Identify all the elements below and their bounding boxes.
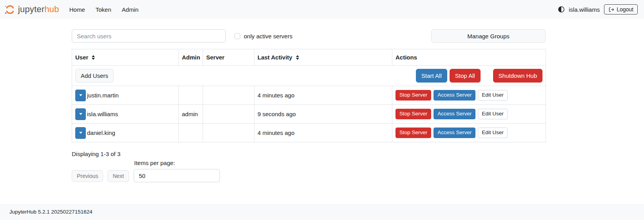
user-dropdown-toggle[interactable] <box>75 127 86 139</box>
stop-server-button[interactable]: Stop Server <box>395 109 431 119</box>
jupyter-logo-icon <box>5 4 15 15</box>
access-server-button[interactable]: Access Server <box>434 90 475 101</box>
only-active-servers-checkbox[interactable] <box>234 33 240 39</box>
table-row: justin.martin 4 minutes ago Stop Server … <box>72 86 546 105</box>
server-cell <box>203 124 254 142</box>
table-controls-row: Add Users Start All Stop All Shutdown Hu… <box>72 66 546 86</box>
main-content: only active servers Manage Groups User A… <box>0 19 644 204</box>
last-activity-cell: 4 minutes ago <box>254 86 392 105</box>
next-page-button[interactable]: Next <box>107 170 129 182</box>
theme-toggle-icon[interactable] <box>558 6 564 13</box>
chevron-down-icon <box>79 132 82 134</box>
footer: JupyterHub 5.2.1 20250227151624 <box>0 204 644 220</box>
sort-icon-user[interactable] <box>92 55 95 60</box>
nav-link-home[interactable]: Home <box>69 6 85 13</box>
items-per-page-label: Items per page: <box>134 160 220 166</box>
actions-cell: Stop Server Access Server Edit User <box>392 124 546 142</box>
admin-cell <box>179 86 203 105</box>
column-header-last-activity: Last Activity <box>254 49 392 66</box>
chevron-down-icon <box>79 94 82 96</box>
edit-user-button[interactable]: Edit User <box>478 90 508 101</box>
last-activity-cell: 9 seconds ago <box>254 105 392 124</box>
jupyterhub-logo[interactable]: jupyterhub <box>5 4 59 15</box>
column-header-admin: Admin <box>179 49 203 66</box>
items-per-page-input[interactable] <box>134 169 220 182</box>
admin-cell: admin <box>179 105 203 124</box>
admin-cell <box>179 124 203 142</box>
previous-page-button[interactable]: Previous <box>72 170 103 182</box>
edit-user-button[interactable]: Edit User <box>478 128 508 138</box>
nav-link-admin[interactable]: Admin <box>122 6 139 13</box>
nav-links: Home Token Admin <box>69 6 139 13</box>
user-cell: justin.martin <box>72 86 179 105</box>
access-server-button[interactable]: Access Server <box>434 109 475 119</box>
navbar: jupyterhub Home Token Admin isla.william… <box>0 0 644 19</box>
edit-user-button[interactable]: Edit User <box>478 109 508 119</box>
user-dropdown-toggle[interactable] <box>75 90 86 101</box>
table-header-row: User Admin Server Last Activity Actions <box>72 49 546 66</box>
start-all-button[interactable]: Start All <box>416 69 447 83</box>
stop-server-button[interactable]: Stop Server <box>395 128 431 138</box>
actions-cell: Stop Server Access Server Edit User <box>392 86 546 105</box>
logout-icon <box>608 7 614 13</box>
pagination-area: Previous Next Items per page: <box>72 160 546 182</box>
displaying-summary: Displaying 1-3 of 3 <box>72 151 546 157</box>
username: daniel.king <box>87 129 115 136</box>
search-input[interactable] <box>72 29 226 43</box>
add-users-button[interactable]: Add Users <box>75 69 114 83</box>
stop-server-button[interactable]: Stop Server <box>395 90 431 101</box>
stop-all-button[interactable]: Stop All <box>450 69 481 83</box>
actions-cell: Stop Server Access Server Edit User <box>392 105 546 124</box>
user-cell: daniel.king <box>72 124 179 142</box>
version-text: JupyterHub 5.2.1 20250227151624 <box>9 209 93 215</box>
user-cell: isla.williams <box>72 105 179 124</box>
only-active-servers-label[interactable]: only active servers <box>244 33 292 40</box>
shutdown-hub-button[interactable]: Shutdown Hub <box>493 69 542 83</box>
server-cell <box>203 105 254 124</box>
table-row: daniel.king 4 minutes ago Stop Server Ac… <box>72 124 546 142</box>
last-activity-cell: 4 minutes ago <box>254 124 392 142</box>
users-table: User Admin Server Last Activity Actions <box>72 49 546 142</box>
manage-groups-button[interactable]: Manage Groups <box>431 29 546 43</box>
table-row: isla.williams admin 9 seconds ago Stop S… <box>72 105 546 124</box>
current-username: isla.williams <box>569 6 600 13</box>
chevron-down-icon <box>79 113 82 115</box>
logout-button[interactable]: Logout <box>604 4 638 14</box>
username: justin.martin <box>87 92 119 99</box>
username: isla.williams <box>87 111 118 117</box>
user-toolbar: only active servers Manage Groups <box>72 29 546 43</box>
brand-text: jupyterhub <box>18 4 59 14</box>
column-header-actions: Actions <box>392 49 546 66</box>
server-cell <box>203 86 254 105</box>
column-header-user: User <box>72 49 179 66</box>
sort-icon-last-activity[interactable] <box>296 55 299 60</box>
nav-link-token[interactable]: Token <box>96 6 111 13</box>
user-dropdown-toggle[interactable] <box>75 108 86 120</box>
column-header-server: Server <box>203 49 254 66</box>
access-server-button[interactable]: Access Server <box>434 128 475 138</box>
